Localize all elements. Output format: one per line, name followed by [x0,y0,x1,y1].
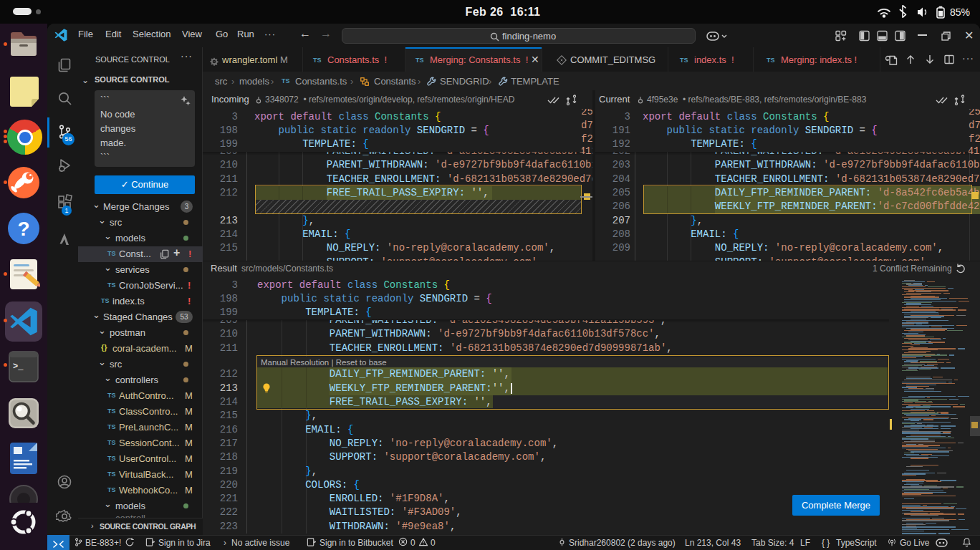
svg-text:85%: 85% [950,6,970,18]
svg-text:?: ? [17,218,29,240]
svg-text:>_: >_ [13,362,24,372]
